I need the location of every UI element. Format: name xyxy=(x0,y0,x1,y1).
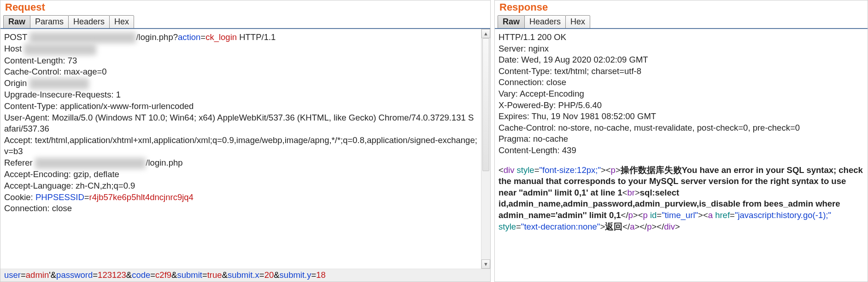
header-upgrade: Upgrade-Insecure-Requests: 1 xyxy=(4,89,477,101)
gt: > xyxy=(634,222,639,231)
eq: = xyxy=(311,270,316,280)
redacted-host: xxxxxxxxxxxxxxxxxxxxxxxxx xyxy=(29,32,136,44)
style-val: font-size:12px; xyxy=(542,165,598,175)
gt: > xyxy=(652,222,657,231)
request-body-wrap: POST xxxxxxxxxxxxxxxxxxxxxxxxx/login.php… xyxy=(0,28,490,269)
resp-xpb: X-Powered-By: PHP/5.6.40 xyxy=(499,100,864,111)
lt: < xyxy=(657,222,662,231)
tag-div: div xyxy=(664,222,675,231)
gt: > xyxy=(675,222,680,231)
cookie-eq: = xyxy=(84,192,89,202)
redacted-referer: xxxxxxxxxxxxxxxxxxxxxxxxxx xyxy=(35,158,146,169)
http-ver: HTTP/1.1 xyxy=(237,32,276,42)
response-title: Response xyxy=(495,0,868,15)
tag-p: p xyxy=(628,210,633,220)
scroll-track[interactable] xyxy=(481,38,490,259)
amp: & xyxy=(274,270,279,280)
header-origin: Origin xxxxxxxxxxxxxx xyxy=(4,78,477,89)
header-content-type: Content-Type: application/x-www-form-url… xyxy=(4,101,477,112)
gt: > xyxy=(635,188,640,197)
header-user-agent: User-Agent: Mozilla/5.0 (Windows NT 10.0… xyxy=(4,112,477,135)
header-accept-encoding: Accept-Encoding: gzip, deflate xyxy=(4,169,477,180)
path: /login.php? xyxy=(136,32,178,42)
tab-raw[interactable]: Raw xyxy=(3,15,30,29)
scroll-up-icon[interactable]: ▲ xyxy=(481,29,490,38)
eq: = xyxy=(534,165,540,175)
lt: < xyxy=(622,188,628,197)
cookie-label: Cookie: xyxy=(4,192,35,202)
tag-a: a xyxy=(708,210,713,220)
post-val-password: 123123 xyxy=(98,270,126,280)
response-tabs: Raw Headers Hex xyxy=(495,15,868,29)
request-panel: Request Raw Params Headers Hex POST xxxx… xyxy=(0,0,491,282)
tag-p: p xyxy=(647,222,651,231)
resp-expires: Expires: Thu, 19 Nov 1981 08:52:00 GMT xyxy=(499,111,864,122)
request-body[interactable]: POST xxxxxxxxxxxxxxxxxxxxxxxxx/login.php… xyxy=(0,29,481,269)
request-tabs: Raw Params Headers Hex xyxy=(0,15,490,29)
response-html-body: <div style="font-size:12px;"><p>操作数据库失败Y… xyxy=(499,165,864,233)
status-line: HTTP/1.1 200 OK xyxy=(499,32,864,43)
request-line: POST xxxxxxxxxxxxxxxxxxxxxxxxx/login.php… xyxy=(4,32,477,43)
attr-style: style xyxy=(499,222,516,231)
header-cache-control: Cache-Control: max-age=0 xyxy=(4,66,477,78)
header-connection: Connection: close xyxy=(4,203,477,214)
header-host: Host xxxxxxxxxxxxxxxxx xyxy=(4,43,477,55)
tag-p: p xyxy=(643,210,647,220)
eq: = xyxy=(200,32,205,42)
post-val-code: c2f9 xyxy=(155,270,171,280)
post-val-user: admin xyxy=(26,270,49,280)
lt: < xyxy=(703,210,708,220)
q: " xyxy=(662,210,665,220)
attr-href: href xyxy=(715,210,730,220)
eq: = xyxy=(657,210,662,220)
q: " xyxy=(598,165,601,175)
amp: & xyxy=(51,270,56,280)
post-key-submit: submit xyxy=(177,270,202,280)
header-referer: Referer xxxxxxxxxxxxxxxxxxxxxxxxxx/login… xyxy=(4,157,477,169)
post-val-submitx: 20 xyxy=(264,270,274,280)
lt: < xyxy=(499,165,504,175)
scroll-thumb[interactable] xyxy=(482,38,489,171)
method: POST xyxy=(4,32,27,42)
redacted-host-val: xxxxxxxxxxxxxxxxx xyxy=(24,44,96,55)
tag-a: a xyxy=(630,222,634,231)
resp-vary: Vary: Accept-Encoding xyxy=(499,88,864,100)
amp: & xyxy=(171,270,177,280)
tab-raw[interactable]: Raw xyxy=(498,15,525,29)
lt: < xyxy=(621,210,626,220)
style-val: text-decration:none xyxy=(524,222,597,231)
amp: & xyxy=(222,270,228,280)
referer-label: Referer xyxy=(4,158,33,167)
request-scrollbar[interactable]: ▲ ▼ xyxy=(481,29,490,269)
gt: > xyxy=(616,165,621,175)
post-key-password: password xyxy=(56,270,93,280)
tab-hex[interactable]: Hex xyxy=(565,15,590,29)
request-post-body[interactable]: user=admin'&password=123123&code=c2f9&su… xyxy=(0,269,490,282)
tag-p: p xyxy=(611,165,616,175)
scroll-down-icon[interactable]: ▼ xyxy=(481,259,490,269)
resp-pragma: Pragma: no-cache xyxy=(499,133,864,145)
header-cookie: Cookie: PHPSESSID=r4jb57ke6p5hlt4dncjnrc… xyxy=(4,192,477,203)
eq: = xyxy=(150,270,155,280)
post-key-code: code xyxy=(132,270,150,280)
post-key-submity: submit.y xyxy=(280,270,311,280)
gt: > xyxy=(633,210,638,220)
blank-line xyxy=(499,156,864,165)
host-label: Host xyxy=(4,44,22,53)
q: " xyxy=(828,210,831,220)
response-body[interactable]: HTTP/1.1 200 OK Server: nginx Date: Wed,… xyxy=(495,29,868,282)
response-panel: Response Raw Headers Hex HTTP/1.1 200 OK… xyxy=(494,0,868,282)
lt: < xyxy=(639,222,645,231)
lt: < xyxy=(622,222,628,231)
tab-hex[interactable]: Hex xyxy=(109,15,134,29)
tab-headers[interactable]: Headers xyxy=(68,15,110,29)
id-val: time_url xyxy=(665,210,695,220)
lt: < xyxy=(606,165,611,175)
link-text: 返回 xyxy=(605,222,622,231)
response-body-wrap: HTTP/1.1 200 OK Server: nginx Date: Wed,… xyxy=(495,28,868,282)
tab-headers[interactable]: Headers xyxy=(524,15,566,29)
resp-conn: Connection: close xyxy=(499,77,864,88)
gt: > xyxy=(600,222,605,231)
tab-params[interactable]: Params xyxy=(30,15,69,29)
query-val: ck_login xyxy=(205,32,237,42)
